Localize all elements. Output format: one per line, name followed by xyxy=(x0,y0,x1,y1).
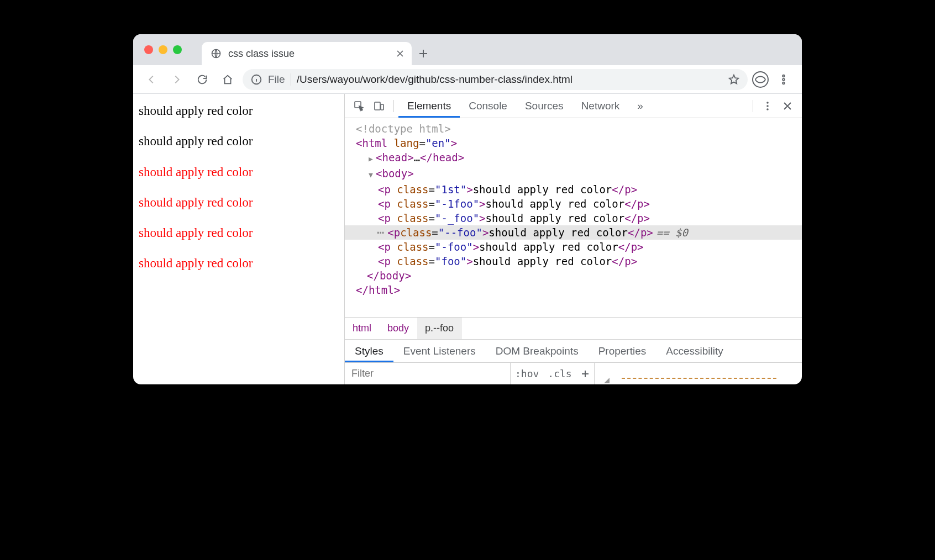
window-minimize-button[interactable] xyxy=(159,45,167,54)
url-path: /Users/wayou/work/dev/github/css-number-… xyxy=(297,73,572,86)
svg-rect-7 xyxy=(381,104,384,110)
dom-node[interactable]: <p class="-_foo">should apply red color<… xyxy=(345,211,802,225)
content-area: should apply red colorshould apply red c… xyxy=(133,94,802,384)
device-toggle-icon[interactable] xyxy=(369,96,389,116)
traffic-lights xyxy=(144,45,182,54)
window-close-button[interactable] xyxy=(144,45,153,54)
separator xyxy=(291,73,291,86)
dom-node[interactable]: ⋯<p class="--foo">should apply red color… xyxy=(345,225,802,240)
page-paragraph: should apply red color xyxy=(139,226,339,240)
box-model-preview xyxy=(622,378,776,383)
chevron-double-right-icon: » xyxy=(637,100,643,112)
browser-tab[interactable]: css class issue xyxy=(202,42,412,65)
devtools-tabs: ElementsConsoleSourcesNetwork » xyxy=(345,94,802,118)
star-icon[interactable] xyxy=(728,73,740,86)
tab-bar: css class issue xyxy=(133,34,802,65)
dom-node[interactable]: <p class="-foo">should apply red color</… xyxy=(345,240,802,254)
devtools-tabs-overflow[interactable]: » xyxy=(628,94,652,118)
breadcrumb-item[interactable]: html xyxy=(345,318,380,339)
new-tab-button[interactable] xyxy=(412,42,435,65)
tab-title: css class issue xyxy=(228,48,295,60)
svg-point-3 xyxy=(782,78,785,81)
svg-point-9 xyxy=(766,105,769,107)
subtab-event-listeners[interactable]: Event Listeners xyxy=(393,340,486,362)
new-style-rule-button[interactable] xyxy=(576,363,594,384)
devtools-tab-sources[interactable]: Sources xyxy=(516,94,572,118)
styles-toolbar: :hov .cls xyxy=(345,362,802,384)
browser-window: css class issue File /Users/wayou/work/d… xyxy=(133,34,802,384)
forward-button[interactable] xyxy=(166,69,187,90)
subtab-accessibility[interactable]: Accessibility xyxy=(656,340,733,362)
svg-point-4 xyxy=(782,82,785,84)
separator xyxy=(753,100,753,112)
subtab-dom-breakpoints[interactable]: DOM Breakpoints xyxy=(486,340,589,362)
svg-point-2 xyxy=(782,75,785,77)
devtools-subtabs: StylesEvent ListenersDOM BreakpointsProp… xyxy=(345,339,802,362)
globe-icon xyxy=(211,48,222,59)
home-button[interactable] xyxy=(217,69,238,90)
breadcrumb-item[interactable]: p.--foo xyxy=(417,318,462,339)
menu-button[interactable] xyxy=(773,69,794,90)
profile-avatar[interactable] xyxy=(752,71,769,88)
svg-point-10 xyxy=(766,108,769,110)
toolbar: File /Users/wayou/work/dev/github/css-nu… xyxy=(133,65,802,94)
url-scheme: File xyxy=(268,73,285,86)
subtab-styles[interactable]: Styles xyxy=(345,340,393,362)
dom-node[interactable]: <p class="-1foo">should apply red color<… xyxy=(345,197,802,211)
cls-toggle[interactable]: .cls xyxy=(543,363,576,384)
separator xyxy=(393,100,394,112)
devtools-panel: ElementsConsoleSourcesNetwork » <!doctyp… xyxy=(344,94,802,384)
back-button[interactable] xyxy=(141,69,162,90)
devtools-menu-button[interactable] xyxy=(758,96,778,116)
page-paragraph: should apply red color xyxy=(139,104,339,118)
styles-sidepane xyxy=(594,363,782,384)
devtools-tab-elements[interactable]: Elements xyxy=(398,94,460,118)
dom-tree[interactable]: <!doctype html><html lang="en">▶<head>…<… xyxy=(345,118,802,317)
devtools-close-button[interactable] xyxy=(778,96,797,116)
inspect-icon[interactable] xyxy=(349,96,369,116)
breadcrumb: htmlbodyp.--foo xyxy=(345,317,802,339)
window-maximize-button[interactable] xyxy=(173,45,182,54)
dom-node[interactable]: <p class="foo">should apply red color</p… xyxy=(345,254,802,268)
devtools-tab-console[interactable]: Console xyxy=(460,94,516,118)
svg-rect-6 xyxy=(375,102,380,110)
breadcrumb-item[interactable]: body xyxy=(380,318,417,339)
address-bar[interactable]: File /Users/wayou/work/dev/github/css-nu… xyxy=(243,69,748,90)
rendered-page: should apply red colorshould apply red c… xyxy=(133,94,344,384)
page-paragraph: should apply red color xyxy=(139,134,339,148)
page-paragraph: should apply red color xyxy=(139,256,339,270)
devtools-tab-network[interactable]: Network xyxy=(572,94,629,118)
page-paragraph: should apply red color xyxy=(139,165,339,179)
subtab-properties[interactable]: Properties xyxy=(589,340,656,362)
styles-filter-input[interactable] xyxy=(345,363,511,384)
svg-point-8 xyxy=(766,102,769,104)
info-icon[interactable] xyxy=(250,73,262,86)
hov-toggle[interactable]: :hov xyxy=(511,363,543,384)
page-paragraph: should apply red color xyxy=(139,196,339,209)
dom-node[interactable]: <p class="1st">should apply red color</p… xyxy=(345,182,802,197)
reload-button[interactable] xyxy=(192,69,213,90)
close-icon[interactable] xyxy=(396,50,404,57)
